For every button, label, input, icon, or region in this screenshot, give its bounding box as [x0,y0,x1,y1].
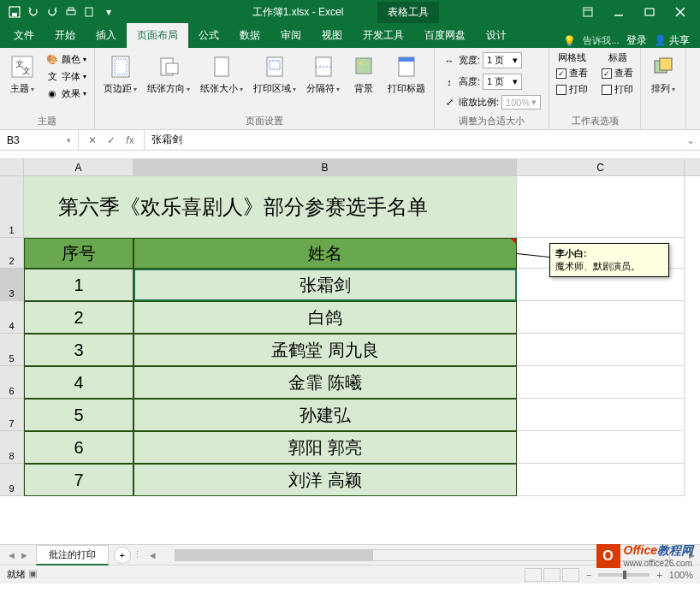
tab-data[interactable]: 数据 [229,23,270,48]
gridlines-print-checkbox[interactable]: 打印 [555,82,590,97]
cell[interactable]: 4 [24,366,133,399]
zoom-slider[interactable] [598,573,650,577]
cell[interactable]: 5 [24,399,133,431]
cell[interactable]: 6 [24,431,133,464]
cell[interactable] [517,366,685,399]
redo-icon[interactable] [44,4,60,20]
sheet-tab[interactable]: 批注的打印 [36,545,109,565]
tab-nav-prev-icon[interactable]: ◄ [7,550,16,560]
print-icon[interactable] [63,4,79,20]
cell[interactable]: 2 [24,301,133,334]
cell[interactable]: 白鸽 [133,301,517,334]
hscroll-left-icon[interactable]: ◄ [145,550,161,560]
row-header[interactable]: 6 [0,366,24,399]
fx-icon[interactable]: fx [122,134,139,146]
normal-view-icon[interactable] [525,568,542,582]
worksheet[interactable]: A B C 1 2 3 4 5 6 7 8 9 第六季《欢乐喜剧人》部分参赛选手… [0,159,700,544]
tab-home[interactable]: 开始 [44,23,86,48]
headings-print-checkbox[interactable]: 打印 [600,82,635,97]
cell[interactable] [517,334,685,366]
select-all-corner[interactable] [0,159,24,175]
cell[interactable]: 1 [24,269,133,301]
print-area-button[interactable]: 打印区域 [250,51,300,113]
cell[interactable]: 郭阳 郭亮 [133,431,517,464]
active-cell[interactable]: 张霜剑 [133,269,517,301]
header-cell[interactable]: 姓名 [133,238,517,269]
height-control[interactable]: ↕高度: 1 页▾ [440,73,543,91]
row-header[interactable]: 7 [0,399,24,431]
macro-icon[interactable]: ▣ [28,569,38,579]
cell[interactable] [517,431,685,464]
width-control[interactable]: ↔宽度: 1 页▾ [440,51,543,69]
row-header[interactable]: 9 [0,464,24,496]
row-header[interactable]: 1 [0,176,24,238]
page-layout-view-icon[interactable] [543,568,561,582]
header-cell[interactable]: 序号 [24,238,133,269]
cell[interactable]: 3 [24,334,133,366]
breaks-button[interactable]: 分隔符 [303,51,343,113]
row-header[interactable]: 5 [0,334,24,366]
expand-formula-icon[interactable]: ⌄ [681,134,700,146]
col-header-c[interactable]: C [517,159,685,175]
tab-view[interactable]: 视图 [311,23,353,48]
tab-review[interactable]: 审阅 [270,23,311,48]
qat-customize-icon[interactable]: ▾ [101,4,116,20]
maximize-icon[interactable] [635,3,664,21]
headings-view-checkbox[interactable]: ✓查看 [600,66,635,80]
share-button[interactable]: 👤 共享 [654,33,690,48]
background-button[interactable]: 背景 [347,51,381,113]
row-header[interactable]: 2 [0,238,24,269]
tell-me[interactable]: 告诉我... [583,34,619,47]
save-icon[interactable] [7,4,22,20]
effects-button[interactable]: ◉效果▾ [43,86,89,101]
row-header[interactable]: 3 [0,269,24,301]
login-link[interactable]: 登录 [626,33,647,48]
enter-icon[interactable]: ✓ [103,134,120,146]
tab-formulas[interactable]: 公式 [188,23,229,48]
cell[interactable]: 刘洋 高颖 [133,464,517,496]
comment-popup[interactable]: 李小白: 魔术师、默剧演员。 [549,243,669,277]
tell-me-icon[interactable]: 💡 [563,35,576,47]
orientation-button[interactable]: 纸张方向 [144,51,193,113]
tab-baidu[interactable]: 百度网盘 [414,23,476,48]
tab-page-layout[interactable]: 页面布局 [127,23,188,48]
size-button[interactable]: 纸张大小 [197,51,246,113]
gridlines-view-checkbox[interactable]: ✓查看 [555,66,590,80]
tab-design[interactable]: 设计 [476,23,517,48]
print-titles-button[interactable]: 打印标题 [384,51,429,113]
tab-nav-next-icon[interactable]: ► [20,550,29,560]
tab-file[interactable]: 文件 [3,23,44,48]
fonts-button[interactable]: 文字体▾ [43,68,89,84]
cell[interactable] [517,301,685,334]
ribbon-options-icon[interactable] [573,3,602,21]
colors-button[interactable]: 🎨颜色▾ [43,51,89,67]
col-header-b[interactable]: B [133,159,517,175]
cell[interactable]: 孟鹤堂 周九良 [133,334,517,366]
cancel-icon[interactable]: ✕ [84,134,101,146]
close-icon[interactable] [666,3,695,21]
page-break-view-icon[interactable] [562,568,579,582]
cell[interactable] [517,464,685,496]
title-cell[interactable]: 第六季《欢乐喜剧人》部分参赛选手名单 [24,176,517,238]
arrange-button[interactable]: 排列 [646,51,680,126]
new-icon[interactable] [82,4,98,20]
zoom-in-icon[interactable]: + [656,570,661,580]
scale-control[interactable]: ⤢缩放比例: 100%▾ [440,94,543,110]
cell[interactable] [517,399,685,431]
col-header-a[interactable]: A [24,159,133,175]
cell[interactable]: 孙建弘 [133,399,517,431]
minimize-icon[interactable] [604,3,633,21]
name-box[interactable]: B3▾ [0,130,79,150]
undo-icon[interactable] [26,4,41,20]
row-header[interactable]: 8 [0,431,24,464]
zoom-out-icon[interactable]: − [586,570,591,580]
tab-insert[interactable]: 插入 [86,23,127,48]
formula-input[interactable]: 张霜剑 [145,133,681,147]
margins-button[interactable]: 页边距 [100,51,140,113]
zoom-level[interactable]: 100% [669,570,693,580]
tab-developer[interactable]: 开发工具 [353,23,414,48]
row-header[interactable]: 4 [0,301,24,334]
cell[interactable] [517,176,685,238]
cell[interactable]: 金霏 陈曦 [133,366,517,399]
add-sheet-button[interactable]: + [114,547,131,564]
